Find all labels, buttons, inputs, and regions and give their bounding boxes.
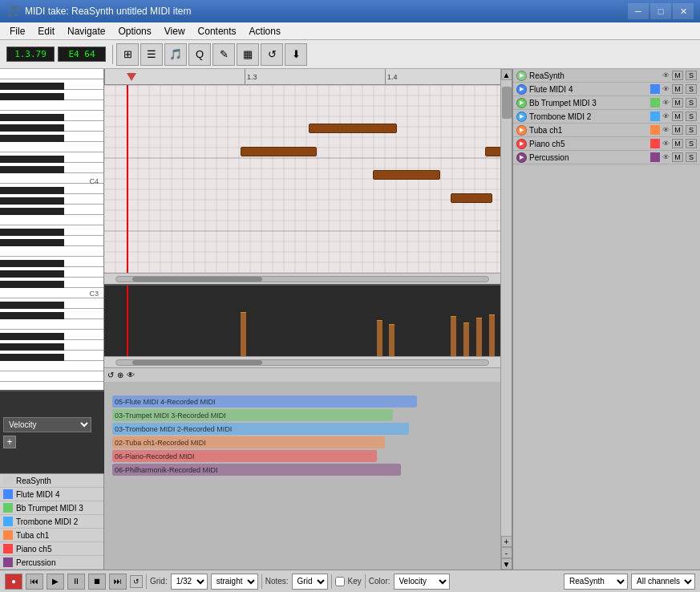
white-key-17[interactable] [0, 246, 104, 257]
channels-select[interactable]: All channels Channel 1 [631, 574, 695, 590]
rp-eye-6[interactable]: 👁 [662, 153, 670, 161]
pause-button[interactable]: ⏸ [67, 574, 85, 590]
rp-track-5[interactable]: ▶Piano ch5👁MS [513, 137, 700, 151]
loop-toggle[interactable]: ↺ [130, 575, 143, 588]
scroll-minus-button[interactable]: - [501, 547, 512, 558]
rp-solo-5[interactable]: S [686, 139, 697, 148]
track-ctrl-1[interactable]: Flute MIDI 4 [0, 488, 103, 501]
white-key-7[interactable] [0, 142, 104, 152]
velocity-panel[interactable] [104, 284, 500, 356]
black-key-9[interactable] [0, 166, 64, 173]
black-key-23[interactable] [0, 312, 64, 319]
record-icon-2[interactable]: ⊕ [117, 371, 123, 379]
track-ctrl-2[interactable]: Bb Trumpet MIDI 3 [0, 501, 103, 515]
rp-track-2[interactable]: ▶Bb Trumpet MIDI 3👁MS [513, 96, 700, 110]
rp-solo-4[interactable]: S [686, 125, 697, 135]
grid-scroll-thumb[interactable] [132, 277, 262, 282]
rp-track-1[interactable]: ▶Flute MIDI 4👁MS [513, 83, 700, 96]
rp-solo-3[interactable]: S [686, 112, 697, 121]
track-ctrl-0[interactable]: ReaSynth [0, 474, 103, 488]
scroll-plus-button[interactable]: + [501, 536, 512, 547]
rp-eye-2[interactable]: 👁 [662, 99, 670, 107]
rp-mute-2[interactable]: M [672, 98, 683, 107]
white-key-29[interactable] [0, 371, 104, 382]
menu-item-navigate[interactable]: Navigate [61, 22, 111, 40]
vel-bar-1[interactable] [377, 320, 382, 356]
black-key-13[interactable] [0, 208, 64, 215]
black-key-2[interactable] [0, 93, 64, 100]
stop-button[interactable]: ⏹ [88, 574, 106, 590]
scroll-up-button[interactable]: ▲ [501, 69, 512, 80]
rp-eye-4[interactable]: 👁 [662, 126, 670, 134]
rp-eye-5[interactable]: 👁 [662, 140, 670, 148]
color-select[interactable]: Velocity Channel Pitch [394, 574, 450, 590]
black-key-8[interactable] [0, 156, 64, 163]
rp-play-2[interactable]: ▶ [516, 98, 527, 108]
rp-solo-6[interactable]: S [686, 152, 697, 162]
white-key-14[interactable] [0, 215, 104, 225]
rp-mute-5[interactable]: M [672, 139, 683, 148]
white-key-3[interactable] [0, 100, 104, 111]
white-key-0[interactable] [0, 69, 104, 79]
black-key-16[interactable] [0, 239, 64, 246]
eye-icon[interactable]: 👁 [127, 371, 135, 379]
black-key-1[interactable] [0, 83, 64, 90]
list-button[interactable]: ☰ [140, 43, 163, 66]
track-clip-2[interactable]: 03-Trombone MIDI 2-Recorded MIDI [112, 423, 409, 435]
menu-item-contents[interactable]: Contents [192, 22, 243, 40]
note-bar-0[interactable] [309, 124, 397, 133]
end-button[interactable]: ⏭ [109, 574, 127, 590]
black-key-27[interactable] [0, 354, 64, 361]
bars-button[interactable]: ▦ [237, 43, 259, 66]
vel-scroll-thumb[interactable] [132, 360, 262, 365]
black-key-15[interactable] [0, 229, 64, 236]
synth-button[interactable]: 🎵 [164, 43, 187, 66]
close-button[interactable]: ✕ [673, 3, 694, 19]
rp-play-3[interactable]: ▶ [516, 112, 527, 122]
rp-play-5[interactable]: ▶ [516, 139, 527, 149]
black-key-25[interactable] [0, 333, 64, 340]
white-key-28[interactable] [0, 361, 104, 371]
track-ctrl-6[interactable]: Percussion [0, 556, 103, 570]
instrument-select[interactable]: ReaSynth [564, 574, 628, 590]
rp-solo-1[interactable]: S [686, 84, 697, 94]
track-ctrl-3[interactable]: Trombone MIDI 2 [0, 515, 103, 529]
grid-scroll-track[interactable] [115, 276, 489, 282]
black-key-19[interactable] [0, 270, 64, 278]
black-key-22[interactable] [0, 302, 64, 309]
minimize-button[interactable]: ─ [628, 3, 649, 19]
note-bar-3[interactable] [373, 170, 440, 180]
rp-play-1[interactable]: ▶ [516, 84, 527, 95]
rp-play-0[interactable]: ▶ [516, 71, 527, 81]
black-key-26[interactable] [0, 343, 64, 351]
rp-eye-3[interactable]: 👁 [662, 112, 670, 120]
track-clip-0[interactable]: 05-Flute MIDI 4-Recorded MIDI [112, 395, 417, 408]
black-key-20[interactable] [0, 281, 64, 288]
vel-bar-3[interactable] [451, 316, 456, 356]
menu-item-view[interactable]: View [158, 22, 192, 40]
white-key-30[interactable] [0, 382, 104, 390]
play-button[interactable]: ▶ [47, 574, 64, 590]
vel-bar-0[interactable] [241, 312, 246, 356]
record-button[interactable]: ⬇ [285, 43, 307, 66]
note-bar-1[interactable] [241, 147, 317, 156]
key-checkbox[interactable] [335, 577, 345, 586]
grid-v-scrollbar[interactable]: ▲ + - ▼ [500, 69, 512, 570]
quantize-button[interactable]: Q [188, 43, 211, 66]
track-clip-4[interactable]: 06-Piano-Recorded MIDI [112, 450, 377, 462]
pencil-button[interactable]: ✎ [212, 43, 235, 66]
rp-solo-2[interactable]: S [686, 98, 697, 107]
vel-bar-2[interactable] [389, 324, 395, 356]
black-key-4[interactable] [0, 114, 64, 121]
maximize-button[interactable]: □ [650, 3, 671, 19]
rp-mute-1[interactable]: M [672, 84, 683, 94]
record-transport-button[interactable]: ● [5, 574, 22, 590]
straight-select[interactable]: straightdottedtriplet [211, 574, 258, 590]
note-bar-4[interactable] [451, 193, 492, 203]
velocity-selector[interactable]: Velocity Pitch Bend Channel Pressure [3, 417, 91, 432]
black-key-12[interactable] [0, 197, 64, 205]
menu-item-options[interactable]: Options [111, 22, 157, 40]
black-key-18[interactable] [0, 260, 64, 267]
track-clip-5[interactable]: 06-Philharmonik-Recorded MIDI [112, 464, 401, 476]
loop-button[interactable]: ↺ [261, 43, 283, 66]
